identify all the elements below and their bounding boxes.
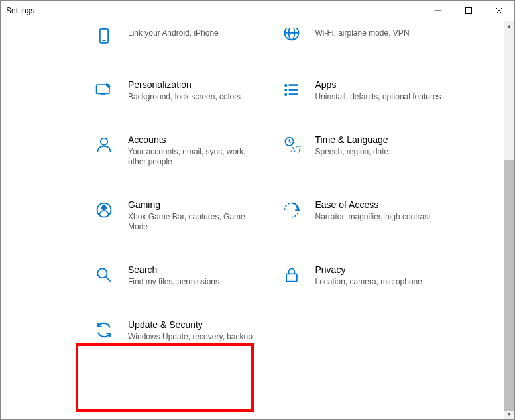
tile-desc: Find my files, permissions <box>128 277 266 288</box>
tile-title: Time & Language <box>315 134 453 145</box>
tile-update-security[interactable]: Update & Security Windows Update, recove… <box>93 317 266 345</box>
tile-desc: Uninstall, defaults, optional features <box>315 92 453 103</box>
tile-desc: Wi-Fi, airplane mode, VPN <box>315 28 453 39</box>
window-controls <box>423 1 514 21</box>
svg-rect-25 <box>286 274 297 281</box>
tile-desc: Xbox Game Bar, captures, Game Mode <box>128 212 266 233</box>
tile-title: Personalization <box>128 79 266 90</box>
svg-rect-15 <box>284 93 287 96</box>
scroll-down-arrow[interactable]: ▾ <box>504 409 514 419</box>
svg-line-24 <box>106 277 111 282</box>
maximize-button[interactable] <box>453 1 484 21</box>
tile-privacy[interactable]: Privacy Location, camera, microphone <box>281 262 453 290</box>
tile-title: Update & Security <box>128 319 266 330</box>
svg-point-23 <box>97 268 107 278</box>
phone-icon <box>93 26 115 48</box>
tile-desc: Speech, region, date <box>315 147 453 158</box>
update-icon <box>93 319 115 341</box>
svg-point-7 <box>288 28 294 40</box>
globe-icon <box>281 26 302 48</box>
time-language-icon: A字 <box>281 134 302 156</box>
search-icon <box>93 264 115 286</box>
tile-gaming[interactable]: Gaming Xbox Game Bar, captures, Game Mod… <box>93 197 266 235</box>
scroll-up-arrow[interactable]: ▴ <box>504 21 514 31</box>
tile-accounts[interactable]: Accounts Your accounts, email, sync, wor… <box>93 132 266 170</box>
svg-rect-13 <box>284 89 287 91</box>
lock-icon <box>281 264 302 286</box>
svg-line-20 <box>289 141 291 142</box>
tile-desc: Your accounts, email, sync, work, other … <box>128 147 266 168</box>
tile-search[interactable]: Search Find my files, permissions <box>93 262 266 290</box>
settings-grid: Link your Android, iPhone Wi-Fi, airplan… <box>1 24 514 344</box>
tile-title: Ease of Access <box>315 199 453 210</box>
minimize-button[interactable] <box>423 1 453 21</box>
svg-point-17 <box>101 138 108 145</box>
tile-ease-of-access[interactable]: Ease of Access Narrator, magnifier, high… <box>281 197 453 235</box>
tile-desc: Background, lock screen, colors <box>128 92 266 103</box>
window-title: Settings <box>6 6 34 15</box>
tile-network[interactable]: Wi-Fi, airplane mode, VPN <box>281 24 453 50</box>
tile-apps[interactable]: Apps Uninstall, defaults, optional featu… <box>281 77 453 105</box>
apps-icon <box>281 79 302 101</box>
tile-time-language[interactable]: A字 Time & Language Speech, region, date <box>281 132 453 170</box>
highlight-annotation <box>76 343 254 412</box>
gaming-icon <box>93 199 115 221</box>
svg-rect-1 <box>466 8 472 14</box>
tile-desc: Location, camera, microphone <box>315 277 453 288</box>
close-button[interactable] <box>484 1 514 21</box>
ease-of-access-icon <box>281 199 302 221</box>
tile-title: Privacy <box>315 264 453 275</box>
content-area: Link your Android, iPhone Wi-Fi, airplan… <box>1 21 514 419</box>
tile-title: Search <box>128 264 266 275</box>
tile-title: Gaming <box>128 199 266 210</box>
tile-phone[interactable]: Link your Android, iPhone <box>93 24 266 50</box>
svg-rect-12 <box>288 84 298 86</box>
titlebar: Settings <box>1 1 514 21</box>
svg-point-6 <box>284 28 298 40</box>
svg-text:A字: A字 <box>290 144 301 152</box>
vertical-scrollbar[interactable]: ▴ ▾ <box>504 21 514 419</box>
svg-rect-14 <box>288 89 298 91</box>
tile-title: Apps <box>315 79 453 90</box>
svg-rect-11 <box>284 84 287 87</box>
scrollbar-thumb[interactable] <box>504 160 514 411</box>
svg-rect-16 <box>288 93 298 95</box>
tile-desc: Narrator, magnifier, high contrast <box>315 212 453 223</box>
tile-title: Accounts <box>128 134 266 145</box>
tile-desc: Link your Android, iPhone <box>128 28 266 39</box>
tile-personalization[interactable]: Personalization Background, lock screen,… <box>93 77 266 105</box>
accounts-icon <box>93 134 115 156</box>
personalization-icon <box>93 79 115 101</box>
tile-desc: Windows Update, recovery, backup <box>128 332 266 342</box>
